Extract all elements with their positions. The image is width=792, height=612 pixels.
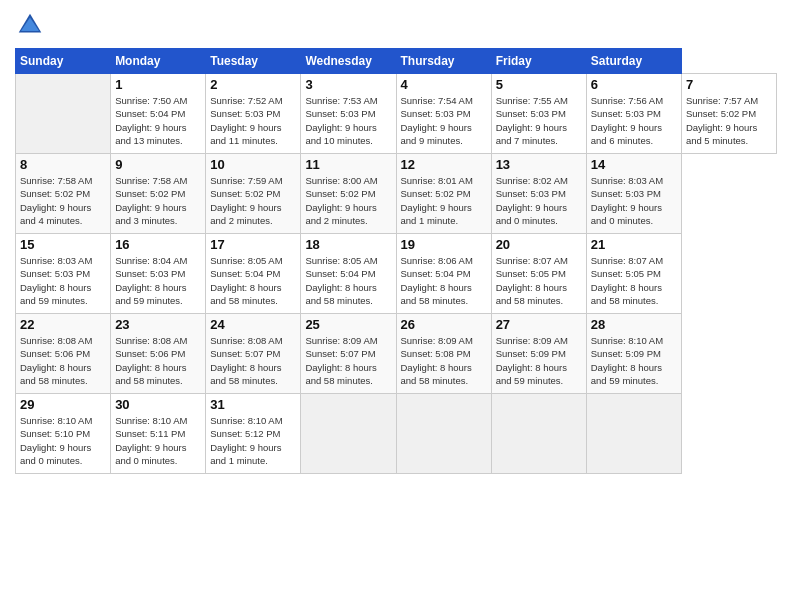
day-number: 28 [591, 317, 677, 332]
day-number: 30 [115, 397, 201, 412]
day-number: 11 [305, 157, 391, 172]
header-row: SundayMondayTuesdayWednesdayThursdayFrid… [16, 49, 777, 74]
calendar-cell: 18Sunrise: 8:05 AMSunset: 5:04 PMDayligh… [301, 234, 396, 314]
day-number: 20 [496, 237, 582, 252]
calendar-cell: 15Sunrise: 8:03 AMSunset: 5:03 PMDayligh… [16, 234, 111, 314]
calendar-cell: 26Sunrise: 8:09 AMSunset: 5:08 PMDayligh… [396, 314, 491, 394]
day-number: 16 [115, 237, 201, 252]
day-info: Sunrise: 8:07 AMSunset: 5:05 PMDaylight:… [591, 254, 677, 307]
header-cell-monday: Monday [111, 49, 206, 74]
day-info: Sunrise: 7:59 AMSunset: 5:02 PMDaylight:… [210, 174, 296, 227]
day-info: Sunrise: 7:56 AMSunset: 5:03 PMDaylight:… [591, 94, 677, 147]
day-info: Sunrise: 8:09 AMSunset: 5:09 PMDaylight:… [496, 334, 582, 387]
calendar-cell [301, 394, 396, 474]
calendar-cell: 19Sunrise: 8:06 AMSunset: 5:04 PMDayligh… [396, 234, 491, 314]
day-info: Sunrise: 7:53 AMSunset: 5:03 PMDaylight:… [305, 94, 391, 147]
calendar-table: SundayMondayTuesdayWednesdayThursdayFrid… [15, 48, 777, 474]
day-number: 7 [686, 77, 772, 92]
calendar-week-4: 29Sunrise: 8:10 AMSunset: 5:10 PMDayligh… [16, 394, 777, 474]
header-cell-saturday: Saturday [586, 49, 681, 74]
day-info: Sunrise: 8:10 AMSunset: 5:10 PMDaylight:… [20, 414, 106, 467]
day-number: 9 [115, 157, 201, 172]
day-number: 25 [305, 317, 391, 332]
day-number: 12 [401, 157, 487, 172]
day-number: 14 [591, 157, 677, 172]
calendar-cell: 17Sunrise: 8:05 AMSunset: 5:04 PMDayligh… [206, 234, 301, 314]
day-number: 15 [20, 237, 106, 252]
header-cell-friday: Friday [491, 49, 586, 74]
day-number: 31 [210, 397, 296, 412]
day-info: Sunrise: 8:08 AMSunset: 5:07 PMDaylight:… [210, 334, 296, 387]
day-info: Sunrise: 8:05 AMSunset: 5:04 PMDaylight:… [210, 254, 296, 307]
day-info: Sunrise: 7:55 AMSunset: 5:03 PMDaylight:… [496, 94, 582, 147]
calendar-cell: 30Sunrise: 8:10 AMSunset: 5:11 PMDayligh… [111, 394, 206, 474]
logo-icon [15, 10, 45, 40]
calendar-cell: 13Sunrise: 8:02 AMSunset: 5:03 PMDayligh… [491, 154, 586, 234]
calendar-week-0: 1Sunrise: 7:50 AMSunset: 5:04 PMDaylight… [16, 74, 777, 154]
day-info: Sunrise: 8:07 AMSunset: 5:05 PMDaylight:… [496, 254, 582, 307]
day-number: 24 [210, 317, 296, 332]
day-info: Sunrise: 7:58 AMSunset: 5:02 PMDaylight:… [20, 174, 106, 227]
calendar-cell: 8Sunrise: 7:58 AMSunset: 5:02 PMDaylight… [16, 154, 111, 234]
calendar-cell: 22Sunrise: 8:08 AMSunset: 5:06 PMDayligh… [16, 314, 111, 394]
day-number: 22 [20, 317, 106, 332]
header-cell-tuesday: Tuesday [206, 49, 301, 74]
calendar-cell: 25Sunrise: 8:09 AMSunset: 5:07 PMDayligh… [301, 314, 396, 394]
day-info: Sunrise: 8:03 AMSunset: 5:03 PMDaylight:… [20, 254, 106, 307]
day-number: 26 [401, 317, 487, 332]
calendar-cell: 4Sunrise: 7:54 AMSunset: 5:03 PMDaylight… [396, 74, 491, 154]
day-number: 3 [305, 77, 391, 92]
day-info: Sunrise: 8:08 AMSunset: 5:06 PMDaylight:… [115, 334, 201, 387]
header-cell-wednesday: Wednesday [301, 49, 396, 74]
day-info: Sunrise: 8:10 AMSunset: 5:12 PMDaylight:… [210, 414, 296, 467]
calendar-cell: 14Sunrise: 8:03 AMSunset: 5:03 PMDayligh… [586, 154, 681, 234]
day-info: Sunrise: 7:50 AMSunset: 5:04 PMDaylight:… [115, 94, 201, 147]
day-info: Sunrise: 8:04 AMSunset: 5:03 PMDaylight:… [115, 254, 201, 307]
day-info: Sunrise: 8:02 AMSunset: 5:03 PMDaylight:… [496, 174, 582, 227]
calendar-cell [396, 394, 491, 474]
calendar-cell: 20Sunrise: 8:07 AMSunset: 5:05 PMDayligh… [491, 234, 586, 314]
calendar-cell [491, 394, 586, 474]
day-number: 23 [115, 317, 201, 332]
day-number: 17 [210, 237, 296, 252]
day-number: 27 [496, 317, 582, 332]
day-info: Sunrise: 8:09 AMSunset: 5:08 PMDaylight:… [401, 334, 487, 387]
calendar-body: 1Sunrise: 7:50 AMSunset: 5:04 PMDaylight… [16, 74, 777, 474]
day-info: Sunrise: 8:06 AMSunset: 5:04 PMDaylight:… [401, 254, 487, 307]
calendar-cell: 7Sunrise: 7:57 AMSunset: 5:02 PMDaylight… [681, 74, 776, 154]
day-info: Sunrise: 7:52 AMSunset: 5:03 PMDaylight:… [210, 94, 296, 147]
calendar-cell: 29Sunrise: 8:10 AMSunset: 5:10 PMDayligh… [16, 394, 111, 474]
calendar-cell: 11Sunrise: 8:00 AMSunset: 5:02 PMDayligh… [301, 154, 396, 234]
calendar-cell: 10Sunrise: 7:59 AMSunset: 5:02 PMDayligh… [206, 154, 301, 234]
day-number: 6 [591, 77, 677, 92]
day-info: Sunrise: 8:08 AMSunset: 5:06 PMDaylight:… [20, 334, 106, 387]
calendar-cell: 5Sunrise: 7:55 AMSunset: 5:03 PMDaylight… [491, 74, 586, 154]
day-info: Sunrise: 8:03 AMSunset: 5:03 PMDaylight:… [591, 174, 677, 227]
header-area [15, 10, 777, 40]
header-cell-sunday: Sunday [16, 49, 111, 74]
calendar-cell: 28Sunrise: 8:10 AMSunset: 5:09 PMDayligh… [586, 314, 681, 394]
calendar-cell: 9Sunrise: 7:58 AMSunset: 5:02 PMDaylight… [111, 154, 206, 234]
day-number: 4 [401, 77, 487, 92]
calendar-cell: 27Sunrise: 8:09 AMSunset: 5:09 PMDayligh… [491, 314, 586, 394]
calendar-cell: 21Sunrise: 8:07 AMSunset: 5:05 PMDayligh… [586, 234, 681, 314]
calendar-cell: 16Sunrise: 8:04 AMSunset: 5:03 PMDayligh… [111, 234, 206, 314]
calendar-cell: 6Sunrise: 7:56 AMSunset: 5:03 PMDaylight… [586, 74, 681, 154]
calendar-cell: 24Sunrise: 8:08 AMSunset: 5:07 PMDayligh… [206, 314, 301, 394]
day-number: 5 [496, 77, 582, 92]
calendar-header: SundayMondayTuesdayWednesdayThursdayFrid… [16, 49, 777, 74]
day-info: Sunrise: 7:54 AMSunset: 5:03 PMDaylight:… [401, 94, 487, 147]
day-info: Sunrise: 8:10 AMSunset: 5:11 PMDaylight:… [115, 414, 201, 467]
day-info: Sunrise: 8:01 AMSunset: 5:02 PMDaylight:… [401, 174, 487, 227]
day-number: 1 [115, 77, 201, 92]
day-info: Sunrise: 7:58 AMSunset: 5:02 PMDaylight:… [115, 174, 201, 227]
calendar-cell: 31Sunrise: 8:10 AMSunset: 5:12 PMDayligh… [206, 394, 301, 474]
day-info: Sunrise: 8:09 AMSunset: 5:07 PMDaylight:… [305, 334, 391, 387]
day-number: 18 [305, 237, 391, 252]
day-number: 29 [20, 397, 106, 412]
day-info: Sunrise: 8:05 AMSunset: 5:04 PMDaylight:… [305, 254, 391, 307]
calendar-week-2: 15Sunrise: 8:03 AMSunset: 5:03 PMDayligh… [16, 234, 777, 314]
header-cell-thursday: Thursday [396, 49, 491, 74]
day-info: Sunrise: 8:00 AMSunset: 5:02 PMDaylight:… [305, 174, 391, 227]
calendar-cell [16, 74, 111, 154]
